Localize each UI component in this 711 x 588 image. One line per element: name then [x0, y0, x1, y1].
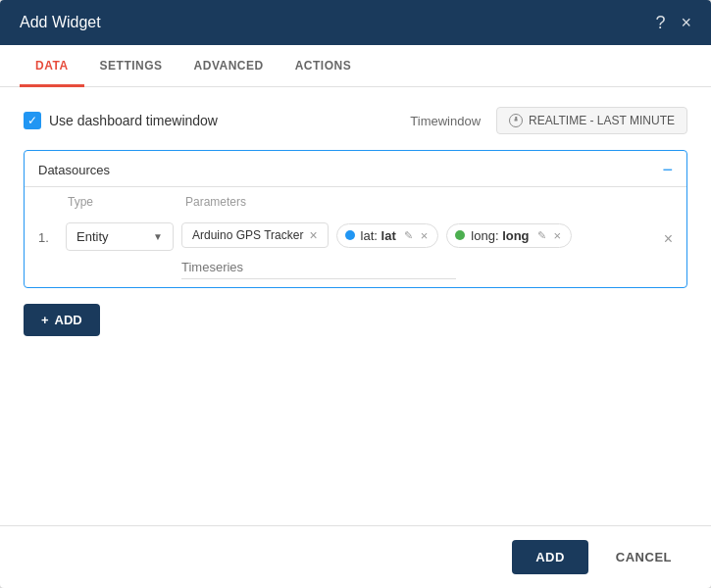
tab-actions[interactable]: ACTIONS	[279, 45, 368, 87]
tab-advanced[interactable]: ADVANCED	[178, 45, 279, 87]
lat-remove-icon[interactable]: ×	[421, 228, 429, 243]
lat-dot	[345, 230, 355, 240]
datasource-row-1: 1. Entity ▼ Arduino GPS Tracker ×	[25, 215, 686, 287]
tab-bar: DATA SETTINGS ADVANCED ACTIONS	[0, 45, 711, 87]
collapse-datasources-icon[interactable]: −	[662, 161, 673, 178]
device-tag-remove-icon[interactable]: ×	[309, 228, 317, 242]
tab-data[interactable]: DATA	[20, 45, 84, 87]
use-timewindow-checkbox[interactable]: ✓	[24, 112, 41, 129]
realtime-button[interactable]: REALTIME - LAST MINUTE	[496, 107, 687, 134]
device-tag: Arduino GPS Tracker ×	[181, 222, 329, 248]
clock-icon	[509, 114, 523, 127]
datasources-section: Datasources − Type Parameters 1. Entity …	[24, 150, 687, 288]
timeseries-input[interactable]	[181, 256, 456, 279]
dropdown-arrow-icon: ▼	[153, 231, 163, 242]
footer-cancel-button[interactable]: CANCEL	[600, 540, 687, 574]
add-plus-icon: +	[41, 313, 49, 327]
lat-tag: lat: lat ✎ ×	[336, 223, 439, 248]
entity-type-dropdown[interactable]: Entity ▼	[66, 222, 174, 251]
long-dot	[455, 230, 465, 240]
add-datasource-button[interactable]: + ADD	[24, 304, 100, 336]
tags-row: Arduino GPS Tracker × lat: lat ✎ ×	[181, 222, 656, 248]
modal-header-icons: ? ×	[655, 14, 691, 31]
device-name: Arduino GPS Tracker	[192, 228, 303, 242]
tab-settings[interactable]: SETTINGS	[84, 45, 178, 87]
help-button[interactable]: ?	[655, 14, 665, 31]
col-params-header: Parameters	[185, 195, 673, 209]
add-datasource-label: ADD	[55, 313, 82, 327]
modal-footer: ADD CANCEL	[0, 525, 711, 588]
footer-add-button[interactable]: ADD	[512, 540, 588, 574]
lat-key-label: lat: lat	[361, 228, 396, 243]
row-number-1: 1.	[38, 222, 58, 245]
modal-header: Add Widget ? ×	[0, 0, 711, 45]
use-timewindow-text: Use dashboard timewindow	[49, 113, 218, 128]
datasources-header: Datasources −	[25, 151, 686, 187]
modal-body: ✓ Use dashboard timewindow Timewindow RE…	[0, 87, 711, 525]
params-area: Arduino GPS Tracker × lat: lat ✎ ×	[181, 222, 656, 279]
timewindow-row: ✓ Use dashboard timewindow Timewindow RE…	[24, 107, 687, 134]
lat-edit-icon[interactable]: ✎	[404, 229, 413, 242]
long-remove-icon[interactable]: ×	[554, 228, 562, 243]
close-button[interactable]: ×	[681, 14, 691, 31]
datasource-table-header: Type Parameters	[25, 187, 686, 215]
row-delete-icon[interactable]: ×	[664, 222, 673, 248]
use-timewindow-label[interactable]: ✓ Use dashboard timewindow	[24, 112, 218, 129]
datasources-title: Datasources	[38, 163, 110, 177]
modal-title: Add Widget	[20, 14, 101, 31]
long-tag: long: long ✎ ×	[446, 223, 572, 248]
add-widget-modal: Add Widget ? × DATA SETTINGS ADVANCED AC…	[0, 0, 711, 588]
realtime-label: REALTIME - LAST MINUTE	[529, 114, 675, 127]
entity-type-label: Entity	[76, 229, 109, 244]
timewindow-badge: Timewindow REALTIME - LAST MINUTE	[410, 107, 687, 134]
long-edit-icon[interactable]: ✎	[537, 229, 546, 242]
timewindow-label: Timewindow	[410, 114, 481, 128]
long-key-label: long: long	[471, 228, 529, 243]
col-type-header: Type	[68, 195, 185, 209]
